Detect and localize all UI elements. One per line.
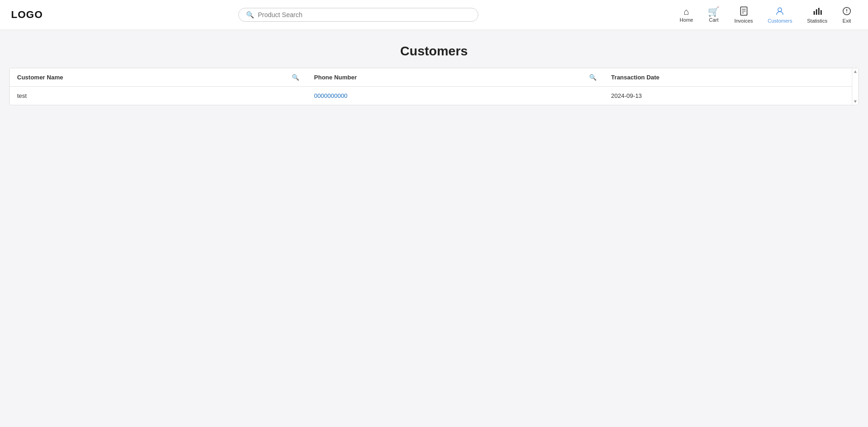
nav-label-home: Home xyxy=(680,18,693,23)
nav-item-customers[interactable]: Customers xyxy=(762,4,798,26)
scroll-down-arrow[interactable]: ▼ xyxy=(853,99,858,104)
search-icon: 🔍 xyxy=(246,11,254,18)
scrollbar[interactable]: ▲ ▼ xyxy=(852,68,858,105)
nav-label-exit: Exit xyxy=(843,18,851,24)
table-row: test 0000000000 2024-09-13 xyxy=(10,87,858,105)
cell-date: 2024-09-13 xyxy=(604,87,858,105)
top-nav: ⌂ Home 🛒 Cart Invoices xyxy=(674,4,857,26)
nav-item-home[interactable]: ⌂ Home xyxy=(674,4,699,25)
nav-item-statistics[interactable]: Statistics xyxy=(802,4,833,26)
search-wrapper: 🔍 xyxy=(43,8,674,22)
exit-icon xyxy=(842,6,851,17)
col-header-phone: Phone Number 🔍 xyxy=(307,68,603,87)
svg-rect-6 xyxy=(816,9,817,15)
cart-icon: 🛒 xyxy=(708,7,719,16)
table-header-row: Customer Name 🔍 Phone Number 🔍 Transacti… xyxy=(10,68,858,87)
svg-point-4 xyxy=(778,8,782,12)
cell-name: test xyxy=(10,87,307,105)
customers-icon xyxy=(775,6,784,17)
page-title: Customers xyxy=(0,44,868,59)
col-header-date: Transaction Date xyxy=(604,68,858,87)
statistics-icon xyxy=(813,6,822,17)
home-icon: ⌂ xyxy=(684,7,689,16)
nav-label-invoices: Invoices xyxy=(734,18,753,24)
nav-label-statistics: Statistics xyxy=(807,18,827,24)
phone-search-icon[interactable]: 🔍 xyxy=(589,74,597,81)
main-content: Customers Customer Name 🔍 Phone Number 🔍 xyxy=(0,44,868,105)
customers-table-container: Customer Name 🔍 Phone Number 🔍 Transacti… xyxy=(9,68,859,105)
nav-item-invoices[interactable]: Invoices xyxy=(729,4,758,26)
header: LOGO 🔍 ⌂ Home 🛒 Cart xyxy=(0,0,868,30)
svg-rect-5 xyxy=(814,11,815,15)
nav-item-exit[interactable]: Exit xyxy=(837,4,857,26)
cell-phone: 0000000000 xyxy=(307,87,603,105)
customers-table: Customer Name 🔍 Phone Number 🔍 Transacti… xyxy=(10,68,858,105)
search-input[interactable] xyxy=(258,11,470,18)
nav-label-cart: Cart xyxy=(709,18,719,23)
table-body: test 0000000000 2024-09-13 xyxy=(10,87,858,105)
nav-item-cart[interactable]: 🛒 Cart xyxy=(702,4,725,25)
logo: LOGO xyxy=(11,9,43,21)
search-bar: 🔍 xyxy=(238,8,478,22)
svg-rect-7 xyxy=(818,8,820,15)
col-header-name: Customer Name 🔍 xyxy=(10,68,307,87)
nav-label-customers: Customers xyxy=(768,18,792,24)
svg-rect-8 xyxy=(820,10,822,15)
name-search-icon[interactable]: 🔍 xyxy=(292,74,299,81)
invoices-icon xyxy=(739,6,748,17)
scroll-up-arrow[interactable]: ▲ xyxy=(853,69,858,74)
